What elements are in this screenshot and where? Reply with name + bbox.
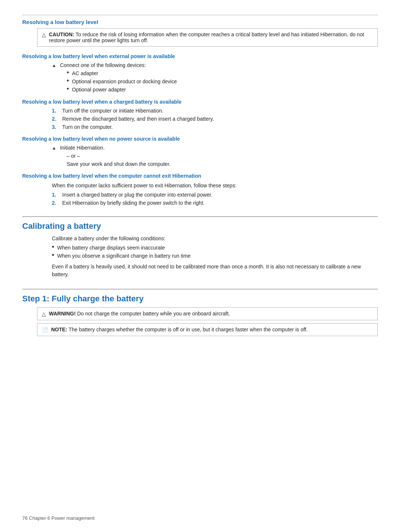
ac-adapter-item: • AC adapter bbox=[67, 70, 378, 77]
step-3-text: Turn on the computer. bbox=[62, 124, 113, 130]
initiate-hibernation-bullet: ▲ Initiate Hibernation. bbox=[52, 145, 378, 151]
no-power-heading: Resolving a low battery level when no po… bbox=[22, 136, 378, 142]
warning-icon: △ bbox=[42, 311, 46, 317]
ac-adapter-text: AC adapter bbox=[72, 70, 98, 76]
warning-text: Do not charge the computer battery while… bbox=[77, 311, 230, 317]
triangle-icon-2: ▲ bbox=[52, 145, 56, 151]
calibrating-heading: Calibrating a battery bbox=[22, 216, 378, 231]
expansion-product-item: • Optional expansion product or docking … bbox=[67, 78, 378, 85]
note-content: NOTE: The battery charges whether the co… bbox=[51, 327, 308, 332]
calibrating-intro: Calibrate a battery under the following … bbox=[52, 235, 378, 242]
step-1-num: 1. bbox=[52, 108, 62, 114]
initiate-hibernation-text: Initiate Hibernation. bbox=[60, 145, 105, 151]
caution-box: △ CAUTION: To reduce the risk of losing … bbox=[37, 28, 378, 47]
connect-devices-bullet: ▲ Connect one of the following devices: bbox=[52, 62, 378, 68]
note-text: The battery charges whether the computer… bbox=[69, 327, 307, 332]
caution-icon: △ bbox=[42, 32, 46, 38]
dot-icon-cal-1: • bbox=[52, 243, 54, 251]
save-work-line: Save your work and shut down the compute… bbox=[67, 161, 378, 167]
cannot-exit-steps: 1. Insert a charged battery or plug the … bbox=[52, 192, 378, 206]
calibrating-bullet-1-text: When battery charge displays seem inaccu… bbox=[57, 245, 165, 251]
step-2-text: Remove the discharged battery, and then … bbox=[62, 116, 214, 122]
dot-icon-cal-2: • bbox=[52, 251, 54, 259]
note-box: 📄 NOTE: The battery charges whether the … bbox=[37, 323, 378, 336]
cannot-exit-step-1-num: 1. bbox=[52, 192, 62, 198]
power-adapter-item: • Optional power adapter bbox=[67, 87, 378, 93]
step-1: 1. Turn off the computer or initiate Hib… bbox=[52, 108, 378, 114]
charged-battery-steps: 1. Turn off the computer or initiate Hib… bbox=[52, 108, 378, 130]
or-line: – or – bbox=[67, 153, 378, 159]
step1-heading: Step 1: Fully charge the battery bbox=[22, 289, 378, 304]
calibrating-bullet-2: • When you observe a significant change … bbox=[52, 253, 378, 259]
note-icon: 📄 bbox=[42, 327, 48, 333]
step-2: 2. Remove the discharged battery, and th… bbox=[52, 116, 378, 122]
caution-label: CAUTION: bbox=[49, 31, 74, 37]
step-3-num: 3. bbox=[52, 124, 62, 130]
step-3: 3. Turn on the computer. bbox=[52, 124, 378, 130]
dot-icon: • bbox=[67, 85, 69, 93]
cannot-exit-heading: Resolving a low battery level when the c… bbox=[22, 173, 378, 179]
triangle-icon: ▲ bbox=[52, 63, 56, 68]
cannot-exit-step-2: 2. Exit Hibernation by briefly sliding t… bbox=[52, 200, 378, 206]
caution-text: To reduce the risk of losing information… bbox=[49, 31, 364, 43]
calibrating-bullets: • When battery charge displays seem inac… bbox=[52, 245, 378, 259]
connect-devices-text: Connect one of the following devices: bbox=[60, 62, 146, 68]
cannot-exit-step-1: 1. Insert a charged battery or plug the … bbox=[52, 192, 378, 198]
calibrating-bullet-1: • When battery charge displays seem inac… bbox=[52, 245, 378, 251]
expansion-product-text: Optional expansion product or docking de… bbox=[72, 78, 177, 84]
charged-battery-heading: Resolving a low battery level when a cha… bbox=[22, 99, 378, 105]
step-2-num: 2. bbox=[52, 116, 62, 122]
calibrating-note: Even if a battery is heavily used, it sh… bbox=[52, 263, 378, 278]
dot-icon: • bbox=[67, 69, 69, 77]
page-footer: 76 Chapter 6 Power management bbox=[22, 515, 94, 521]
cannot-exit-step-2-num: 2. bbox=[52, 200, 62, 206]
calibrating-bullet-2-text: When you observe a significant change in… bbox=[57, 253, 190, 259]
warning-label: WARNING! bbox=[49, 311, 76, 317]
warning-box: △ WARNING! Do not charge the computer ba… bbox=[37, 307, 378, 320]
external-power-heading: Resolving a low battery level when exter… bbox=[22, 53, 378, 59]
caution-content: CAUTION: To reduce the risk of losing in… bbox=[49, 31, 373, 43]
resolving-heading: Resolving a low battery level bbox=[22, 19, 378, 25]
top-rule bbox=[22, 15, 378, 15]
power-adapter-text: Optional power adapter bbox=[72, 87, 126, 93]
cannot-exit-step-1-text: Insert a charged battery or plug the com… bbox=[62, 192, 212, 198]
step-1-text: Turn off the computer or initiate Hibern… bbox=[62, 108, 163, 114]
cannot-exit-step-2-text: Exit Hibernation by briefly sliding the … bbox=[62, 200, 204, 206]
note-label: NOTE: bbox=[51, 327, 67, 332]
cannot-exit-intro: When the computer lacks sufficient power… bbox=[52, 182, 378, 190]
dot-icon: • bbox=[67, 77, 69, 85]
warning-content: WARNING! Do not charge the computer batt… bbox=[49, 311, 230, 317]
